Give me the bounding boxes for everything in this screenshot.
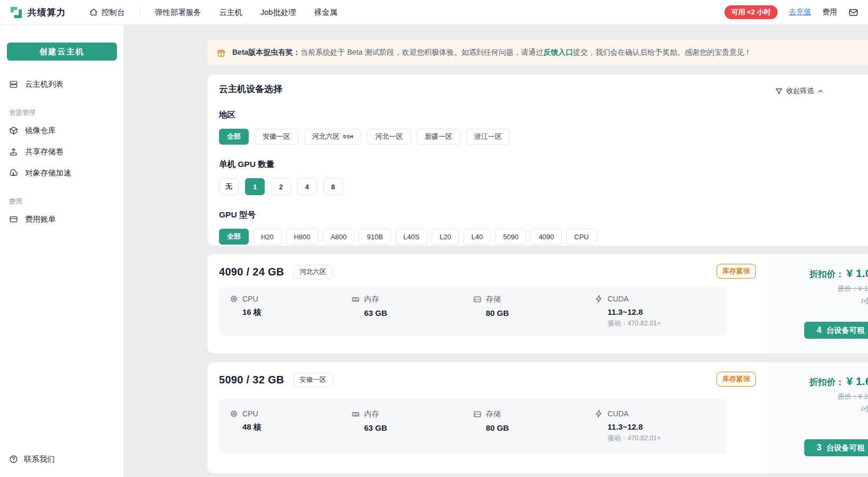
billing-link[interactable]: 费用 <box>822 7 837 17</box>
region-chip-anhui-1[interactable]: 安徽一区 <box>255 129 298 145</box>
gpu-model-chip-cpu[interactable]: CPU <box>566 229 596 245</box>
region-chip-xinjiang-1[interactable]: 新疆一区 <box>417 129 460 145</box>
spec-box: CPU 48 核 内存 63 GB 存储 80 GB CUDA 11.3~12.… <box>219 399 727 454</box>
gpu-card-title: 5090 / 32 GB <box>219 374 284 386</box>
gpu-count-chip-none[interactable]: 无 <box>219 178 239 195</box>
gpu-model-chip-h800[interactable]: H800 <box>286 229 318 245</box>
brand-name: 共绩算力 <box>28 6 66 19</box>
gpu-model-options: 全部 H20 H800 A800 910B L40S L20 L40 5090 … <box>219 229 868 245</box>
nav-bare-metal[interactable]: 裸金属 <box>314 7 338 18</box>
spec-value: 63 GB <box>364 308 473 317</box>
spec-value: 80 GB <box>486 423 595 432</box>
region-chip-zhejiang-1[interactable]: 浙江一区 <box>466 129 510 145</box>
sidebar-item-image-repo[interactable]: 镜像仓库 <box>0 120 123 141</box>
sidebar-item-billing[interactable]: 费用账单 <box>0 208 123 230</box>
beta-banner: Beta版本捉虫有奖：当前系统处于 Beta 测试阶段，欢迎您积极体验。如遇到任… <box>207 40 868 65</box>
gpu-count-chip-2[interactable]: 2 <box>271 178 291 195</box>
gpu-model-chip-all[interactable]: 全部 <box>219 229 249 245</box>
sidebar: 创建云主机 云主机列表 资源管理 镜像仓库 共享存储卷 对象存储加速 费用 费用… <box>0 25 124 477</box>
nav-console[interactable]: 控制台 <box>89 7 125 18</box>
gpu-model-chip-l40[interactable]: L40 <box>464 229 491 245</box>
beta-banner-text: Beta版本捉虫有奖：当前系统处于 Beta 测试阶段，欢迎您积极体验。如遇到任… <box>232 48 752 57</box>
funnel-icon <box>775 87 783 95</box>
gpu-count-chip-1[interactable]: 1 <box>245 178 265 195</box>
main-nav: 控制台 弹性部署服务 云主机 Job批处理 裸金属 <box>89 7 337 18</box>
ssh-tag: SSH <box>343 134 353 139</box>
gpu-count-chip-8[interactable]: 8 <box>323 178 343 195</box>
rent-label: 台设备可租 <box>827 325 865 336</box>
beta-banner-bold: Beta版本捉虫有奖： <box>232 48 300 56</box>
gpu-model-chip-910b[interactable]: 910B <box>359 229 391 245</box>
discount-price: 折扣价：¥ 1.05 <box>769 267 868 280</box>
gpu-count-options: 无 1 2 4 8 <box>219 178 868 195</box>
sidebar-item-label: 联系我们 <box>24 454 55 464</box>
region-chip-hebei-6[interactable]: 河北六区 SSH <box>304 129 361 145</box>
sidebar-item-shared-volume[interactable]: 共享存储卷 <box>0 141 123 162</box>
spec-label: CPU <box>242 409 258 418</box>
gpu-model-chip-4090[interactable]: 4090 <box>530 229 562 245</box>
home-icon <box>89 8 98 16</box>
sidebar-item-contact[interactable]: 联系我们 <box>0 449 64 468</box>
spec-label: 存储 <box>486 295 501 304</box>
gpu-model-chip-5090[interactable]: 5090 <box>495 229 526 245</box>
stock-status-badge: 库存紧张 <box>717 264 756 279</box>
gpu-count-chip-4[interactable]: 4 <box>297 178 317 195</box>
spec-memory: 内存 63 GB <box>351 409 473 443</box>
nav-job-batch[interactable]: Job批处理 <box>260 7 296 18</box>
beta-banner-text2: 提交，我们会在确认后给予奖励。感谢您的宝贵意见！ <box>573 48 752 56</box>
spec-storage: 存储 80 GB <box>473 295 595 328</box>
spec-storage: 存储 80 GB <box>473 409 595 443</box>
price-unit: /小时 <box>769 404 868 414</box>
rent-button[interactable]: 3 台设备可租 <box>804 439 868 456</box>
chevron-up-icon <box>817 88 824 95</box>
rent-button[interactable]: 4 台设备可租 <box>804 322 868 339</box>
spec-value: 11.3~12.8 <box>608 307 717 316</box>
price-unit: /小时 <box>769 296 868 306</box>
discount-price-value: ¥ 1.60 <box>847 375 868 387</box>
sidebar-item-object-storage-accel[interactable]: 对象存储加速 <box>0 162 123 183</box>
gpu-model-chip-h20[interactable]: H20 <box>253 229 282 245</box>
sidebar-item-label: 云主机列表 <box>25 79 64 89</box>
spec-cuda: CUDA 11.3~12.8 驱动：470.82.01+ <box>595 409 717 443</box>
spec-cpu: CPU 16 核 <box>230 295 351 328</box>
gpu-model-chip-a800[interactable]: A800 <box>323 229 355 245</box>
help-circle-icon <box>9 455 18 464</box>
storage-icon <box>473 295 482 304</box>
create-host-button[interactable]: 创建云主机 <box>7 43 117 61</box>
rent-count: 4 <box>817 325 822 335</box>
discount-price-label: 折扣价： <box>810 377 845 387</box>
gpu-model-filter-label: GPU 型号 <box>219 210 868 221</box>
region-chip-hebei-1[interactable]: 河北一区 <box>367 129 411 145</box>
brand[interactable]: 共绩算力 <box>10 6 66 19</box>
spec-label: CUDA <box>608 295 629 303</box>
cpu-icon <box>230 409 238 418</box>
mail-icon[interactable] <box>848 7 858 18</box>
nav-elastic-deploy[interactable]: 弹性部署服务 <box>155 7 201 18</box>
upload-tray-icon <box>9 147 18 156</box>
gpu-count-filter-label: 单机 GPU 数量 <box>219 159 868 170</box>
spec-value: 16 核 <box>242 307 351 317</box>
quota-badge[interactable]: 可用 <2 小时 <box>724 5 778 19</box>
price-panel: 折扣价：¥ 1.05 原价：¥ 1.68 /小时 4 台设备可租 <box>769 254 868 353</box>
nav-divider <box>140 8 140 16</box>
recharge-link[interactable]: 去充值 <box>789 7 811 17</box>
nav-cloud-host[interactable]: 云主机 <box>220 7 243 18</box>
rent-label: 台设备可租 <box>827 443 865 453</box>
sidebar-item-host-list[interactable]: 云主机列表 <box>0 73 123 95</box>
sidebar-item-label: 对象存储加速 <box>25 168 71 178</box>
gpu-model-chip-l20[interactable]: L20 <box>432 229 459 245</box>
lightning-icon <box>595 409 603 418</box>
gpu-model-chip-l40s[interactable]: L40S <box>395 229 427 245</box>
topbar: 共绩算力 控制台 弹性部署服务 云主机 Job批处理 裸金属 可用 <2 小时 … <box>0 0 868 25</box>
gpu-card-region-tag: 安徽一区 <box>293 373 333 387</box>
discount-price: 折扣价：¥ 1.60 <box>769 375 868 388</box>
collapse-filter-button[interactable]: 收起筛选 <box>775 86 824 96</box>
brand-logo-icon <box>10 6 23 19</box>
filter-panel: 云主机设备选择 收起筛选 地区 全部 安徽一区 河北六区 SSH 河北一区 新疆… <box>207 74 868 246</box>
feedback-link[interactable]: 反馈入口 <box>543 48 573 56</box>
gpu-card-title: 4090 / 24 GB <box>219 266 284 278</box>
region-chip-all[interactable]: 全部 <box>219 129 249 145</box>
original-price: 原价：¥ 1.68 <box>769 284 868 294</box>
nav-console-label: 控制台 <box>102 7 125 18</box>
spec-value: 63 GB <box>364 423 473 432</box>
